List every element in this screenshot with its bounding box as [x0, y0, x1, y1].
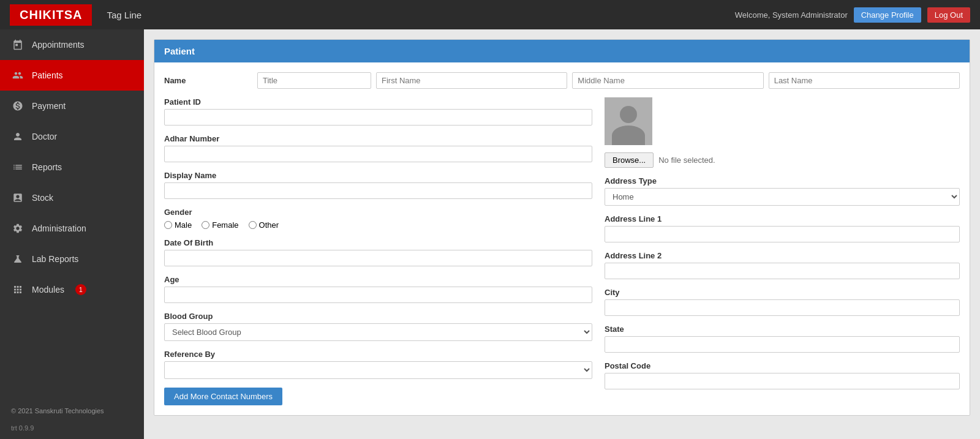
app-tagline: Tag Line — [107, 10, 734, 20]
sidebar-label-payment: Payment — [32, 101, 66, 111]
age-input[interactable] — [164, 287, 592, 303]
patient-id-label: Patient ID — [164, 97, 592, 107]
age-label: Age — [164, 275, 592, 284]
sidebar-item-patients[interactable]: Patients — [0, 60, 144, 91]
sidebar-label-doctor: Doctor — [32, 132, 57, 141]
state-label: State — [605, 325, 960, 334]
sidebar-item-lab-reports[interactable]: Lab Reports — [0, 244, 144, 274]
two-col-section: Patient ID Adhar Number Display Name — [164, 97, 960, 405]
sidebar-item-doctor[interactable]: Doctor — [0, 121, 144, 152]
patient-id-input[interactable] — [164, 109, 592, 126]
main-layout: Appointments Patients Payment Doctor Rep — [0, 29, 980, 439]
header-right: Welcome, System Administrator Change Pro… — [735, 7, 970, 23]
modules-badge: 1 — [75, 284, 86, 295]
modules-icon — [11, 283, 24, 296]
left-col: Patient ID Adhar Number Display Name — [164, 97, 592, 405]
title-input[interactable] — [257, 72, 371, 89]
avatar-image — [605, 97, 652, 145]
browse-button[interactable]: Browse... — [605, 152, 654, 168]
city-group: City — [605, 288, 960, 316]
stock-icon — [11, 191, 24, 204]
change-profile-button[interactable]: Change Profile — [854, 7, 921, 23]
dob-input[interactable] — [164, 250, 592, 266]
sidebar-item-stock[interactable]: Stock — [0, 182, 144, 213]
city-label: City — [605, 288, 960, 297]
sidebar-item-administration[interactable]: Administration — [0, 213, 144, 244]
sidebar-label-reports: Reports — [32, 162, 62, 172]
sidebar-footer: © 2021 Sanskruti Technologies — [0, 400, 144, 422]
adhar-label: Adhar Number — [164, 134, 592, 143]
address-line2-input[interactable] — [605, 263, 960, 279]
sidebar-label-lab-reports: Lab Reports — [32, 254, 78, 264]
display-name-input[interactable] — [164, 182, 592, 199]
postal-code-input[interactable] — [605, 373, 960, 389]
adhar-input[interactable] — [164, 146, 592, 162]
reports-icon — [11, 160, 24, 174]
state-input[interactable] — [605, 336, 960, 353]
file-upload-row: Browse... No file selected. — [605, 152, 960, 168]
name-label: Name — [164, 72, 250, 85]
gender-female-radio[interactable] — [202, 221, 209, 229]
gender-group: Gender Male Female — [164, 208, 592, 230]
dob-label: Date Of Birth — [164, 238, 592, 247]
avatar-head — [620, 106, 637, 123]
postal-code-group: Postal Code — [605, 361, 960, 389]
sidebar: Appointments Patients Payment Doctor Rep — [0, 29, 144, 439]
reference-by-group: Reference By — [164, 350, 592, 379]
city-input[interactable] — [605, 299, 960, 316]
sidebar-label-appointments: Appointments — [32, 40, 85, 50]
gender-male[interactable]: Male — [164, 220, 192, 230]
avatar-area — [605, 97, 960, 145]
sidebar-item-payment[interactable]: Payment — [0, 91, 144, 121]
patient-id-group: Patient ID — [164, 97, 592, 126]
address-line2-label: Address Line 2 — [605, 251, 960, 260]
reference-by-label: Reference By — [164, 350, 592, 359]
name-row: Name — [164, 72, 960, 89]
gender-male-radio[interactable] — [164, 221, 172, 229]
sidebar-version: trt 0.9.9 — [0, 422, 144, 439]
file-name-text: No file selected. — [658, 156, 715, 165]
address-type-label: Address Type — [605, 176, 960, 186]
blood-group-group: Blood Group Select Blood Group A+ A- B+ … — [164, 312, 592, 341]
gender-other[interactable]: Other — [249, 220, 279, 230]
address-line1-input[interactable] — [605, 226, 960, 242]
calendar-icon — [11, 38, 24, 51]
app-logo: CHIKITSA — [10, 4, 92, 26]
users-icon — [11, 69, 24, 82]
address-type-group: Address Type Home Office Other — [605, 176, 960, 206]
card-body: Name Patient ID — [154, 62, 970, 415]
sidebar-label-patients: Patients — [32, 70, 63, 80]
address-line1-label: Address Line 1 — [605, 214, 960, 223]
address-type-select[interactable]: Home Office Other — [605, 188, 960, 206]
right-col: Browse... No file selected. Address Type… — [605, 97, 960, 405]
sidebar-label-administration: Administration — [32, 223, 86, 233]
header: CHIKITSA Tag Line Welcome, System Admini… — [0, 0, 980, 29]
doctor-icon — [11, 130, 24, 143]
gender-female[interactable]: Female — [202, 220, 238, 230]
state-group: State — [605, 325, 960, 353]
gender-other-radio[interactable] — [249, 221, 257, 229]
first-name-input[interactable] — [376, 72, 567, 89]
sidebar-label-stock: Stock — [32, 193, 53, 203]
last-name-input[interactable] — [769, 72, 960, 89]
payment-icon — [11, 99, 24, 113]
sidebar-item-modules[interactable]: Modules 1 — [0, 274, 144, 305]
card-title: Patient — [154, 40, 970, 62]
logout-button[interactable]: Log Out — [927, 7, 970, 23]
welcome-text: Welcome, System Administrator — [735, 10, 848, 20]
middle-name-input[interactable] — [572, 72, 763, 89]
address-line2-group: Address Line 2 — [605, 251, 960, 279]
gender-options: Male Female Other — [164, 219, 592, 230]
add-contact-button[interactable]: Add More Contact Numbers — [164, 388, 282, 405]
display-name-group: Display Name — [164, 171, 592, 199]
blood-group-select[interactable]: Select Blood Group A+ A- B+ B- AB+ AB- O… — [164, 323, 592, 341]
reference-by-select[interactable] — [164, 361, 592, 379]
patient-card: Patient Name — [154, 39, 970, 416]
sidebar-item-appointments[interactable]: Appointments — [0, 29, 144, 60]
postal-code-label: Postal Code — [605, 361, 960, 370]
blood-group-label: Blood Group — [164, 312, 592, 321]
gender-label: Gender — [164, 208, 592, 217]
lab-icon — [11, 252, 24, 266]
sidebar-item-reports[interactable]: Reports — [0, 152, 144, 182]
display-name-label: Display Name — [164, 171, 592, 180]
